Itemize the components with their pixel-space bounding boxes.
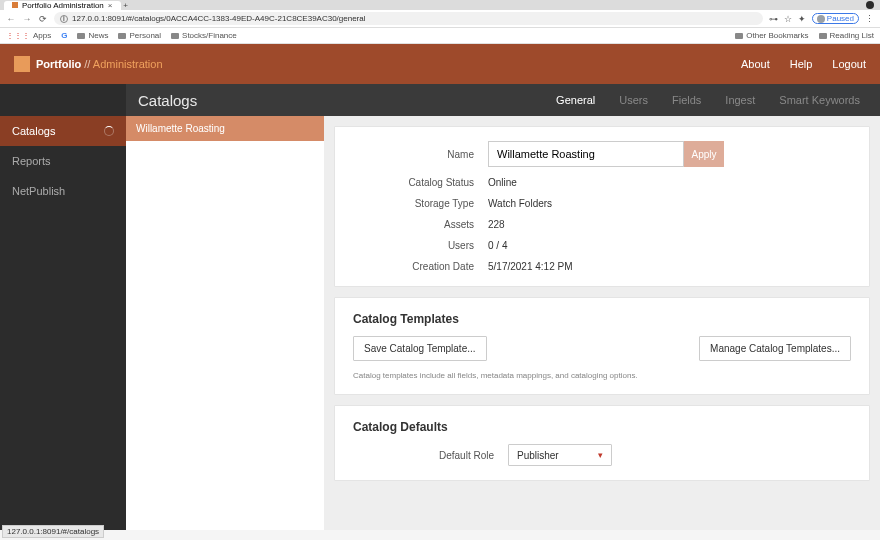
back-button[interactable]: ← <box>6 14 16 24</box>
site-info-icon[interactable]: i <box>60 15 68 23</box>
incognito-icon <box>866 1 874 9</box>
key-icon[interactable]: ⊶ <box>769 14 778 24</box>
catalog-templates-panel: Catalog Templates Save Catalog Template.… <box>334 297 870 395</box>
app-logo-icon <box>14 56 30 72</box>
catalog-list-item[interactable]: Willamette Roasting <box>126 116 324 141</box>
app-title: Portfolio // Administration <box>36 58 163 70</box>
help-link[interactable]: Help <box>790 58 813 70</box>
forward-button[interactable]: → <box>22 14 32 24</box>
templates-title: Catalog Templates <box>353 312 851 326</box>
save-template-button[interactable]: Save Catalog Template... <box>353 336 487 361</box>
users-label: Users <box>353 240 488 251</box>
url-bar[interactable]: i 127.0.0.1:8091/#/catalogs/0ACCA4CC-138… <box>54 12 763 25</box>
about-link[interactable]: About <box>741 58 770 70</box>
new-tab-button[interactable]: + <box>121 1 131 10</box>
close-tab-icon[interactable]: × <box>108 1 113 10</box>
default-role-label: Default Role <box>353 450 508 461</box>
defaults-title: Catalog Defaults <box>353 420 851 434</box>
main-area: Catalogs Reports NetPublish Willamette R… <box>0 116 880 530</box>
sidebar-nav: Catalogs Reports NetPublish <box>0 116 126 530</box>
menu-icon[interactable]: ⋮ <box>865 14 874 24</box>
content-area: Name Apply Catalog Status Online Storage… <box>324 116 880 530</box>
bookmark-stocks[interactable]: Stocks/Finance <box>171 31 237 40</box>
sidebar-item-label: Catalogs <box>12 125 55 137</box>
status-label: Catalog Status <box>353 177 488 188</box>
sidebar-item-reports[interactable]: Reports <box>0 146 126 176</box>
templates-hint: Catalog templates include all fields, me… <box>353 371 851 380</box>
general-info-panel: Name Apply Catalog Status Online Storage… <box>334 126 870 287</box>
page-title: Catalogs <box>126 84 324 116</box>
sidebar-item-label: NetPublish <box>12 185 65 197</box>
storage-label: Storage Type <box>353 198 488 209</box>
tab-ingest[interactable]: Ingest <box>725 94 755 106</box>
catalog-defaults-panel: Catalog Defaults Default Role Publisher … <box>334 405 870 481</box>
default-role-select[interactable]: Publisher ▾ <box>508 444 612 466</box>
status-bar: 127.0.0.1:8091/#/catalogs <box>2 525 104 538</box>
favicon-icon <box>12 2 18 8</box>
assets-label: Assets <box>353 219 488 230</box>
created-label: Creation Date <box>353 261 488 272</box>
subheader-row: Catalogs General Users Fields Ingest Sma… <box>0 84 880 116</box>
star-icon[interactable]: ☆ <box>784 14 792 24</box>
google-shortcut[interactable]: G <box>61 31 67 40</box>
browser-tab[interactable]: Portfolio Administration × <box>4 1 121 10</box>
url-text: 127.0.0.1:8091/#/catalogs/0ACCA4CC-1383-… <box>72 14 366 23</box>
apps-shortcut[interactable]: ⋮⋮⋮Apps <box>6 31 51 40</box>
logout-link[interactable]: Logout <box>832 58 866 70</box>
reload-button[interactable]: ⟳ <box>38 14 48 24</box>
assets-value: 228 <box>488 219 505 230</box>
other-bookmarks[interactable]: Other Bookmarks <box>735 31 808 40</box>
app-header: Portfolio // Administration About Help L… <box>0 44 880 84</box>
profile-paused-button[interactable]: Paused <box>812 13 859 24</box>
sidebar-item-label: Reports <box>12 155 51 167</box>
tab-users[interactable]: Users <box>619 94 648 106</box>
chevron-down-icon: ▾ <box>598 450 603 460</box>
bookmarks-bar: ⋮⋮⋮Apps G News Personal Stocks/Finance O… <box>0 28 880 44</box>
catalog-list: Willamette Roasting <box>126 116 324 530</box>
browser-tab-bar: Portfolio Administration × + <box>0 0 880 10</box>
users-value: 0 / 4 <box>488 240 507 251</box>
catalog-list-item-label: Willamette Roasting <box>136 123 225 134</box>
tab-fields[interactable]: Fields <box>672 94 701 106</box>
bookmark-news[interactable]: News <box>77 31 108 40</box>
catalog-name-input[interactable] <box>488 141 684 167</box>
tab-smart-keywords[interactable]: Smart Keywords <box>779 94 860 106</box>
apply-button[interactable]: Apply <box>684 141 724 167</box>
reading-list[interactable]: Reading List <box>819 31 874 40</box>
created-value: 5/17/2021 4:12 PM <box>488 261 573 272</box>
bookmark-personal[interactable]: Personal <box>118 31 161 40</box>
sidebar-item-catalogs[interactable]: Catalogs <box>0 116 126 146</box>
name-label: Name <box>353 149 488 160</box>
status-value: Online <box>488 177 517 188</box>
tab-title: Portfolio Administration <box>22 1 104 10</box>
default-role-value: Publisher <box>517 450 559 461</box>
browser-toolbar: ← → ⟳ i 127.0.0.1:8091/#/catalogs/0ACCA4… <box>0 10 880 28</box>
manage-templates-button[interactable]: Manage Catalog Templates... <box>699 336 851 361</box>
loading-spinner-icon <box>104 126 114 136</box>
avatar-icon <box>817 15 825 23</box>
storage-value: Watch Folders <box>488 198 552 209</box>
extensions-icon[interactable]: ✦ <box>798 14 806 24</box>
sidebar-item-netpublish[interactable]: NetPublish <box>0 176 126 206</box>
sidebar-top-spacer <box>0 84 126 116</box>
tabs-bar: General Users Fields Ingest Smart Keywor… <box>324 84 880 116</box>
tab-general[interactable]: General <box>556 94 595 106</box>
